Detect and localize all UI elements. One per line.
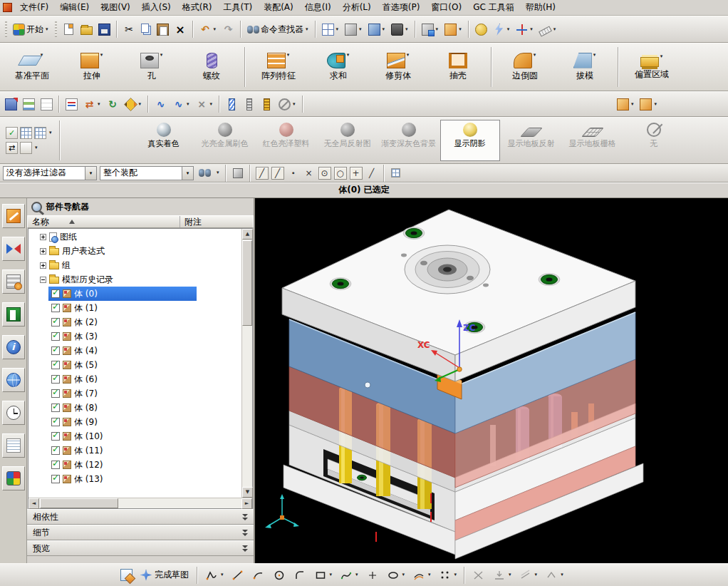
horizontal-scrollbar[interactable]: ◄ ►	[28, 498, 252, 508]
copy-button[interactable]	[139, 21, 153, 37]
render-no-reflection-button[interactable]: 无全局反射图	[318, 120, 378, 161]
new-component-button[interactable]: ▾	[442, 21, 464, 38]
sidebar-tab-hd3d-tools[interactable]: i	[2, 335, 25, 359]
checkbox-checked-icon[interactable]: ✓	[51, 389, 60, 398]
menu-item[interactable]: GC 工具箱	[468, 1, 519, 14]
dropdown-arrow-icon[interactable]: ▾	[186, 102, 190, 107]
checkbox-checked-icon[interactable]: ✓	[51, 418, 60, 426]
measure-button[interactable]: ▾	[514, 21, 536, 38]
scroll-left-button[interactable]: ◄	[28, 498, 39, 509]
render-show-shadow-button[interactable]: 显示阴影	[440, 120, 500, 161]
fillet-button[interactable]	[291, 566, 309, 585]
dropdown-arrow-icon[interactable]: ▾	[209, 102, 214, 107]
feature-button-datum-plane[interactable]: ▾ 基准平面	[3, 45, 61, 89]
delete-button[interactable]: ×	[172, 21, 189, 38]
dropdown-arrow-icon[interactable]: ▾	[402, 572, 406, 577]
render-true-shading-button[interactable]: 真实着色	[134, 120, 194, 161]
feature-button-hole[interactable]: ▾ 孔	[123, 45, 181, 89]
tools-button[interactable]	[473, 21, 489, 38]
checkbox-checked-icon[interactable]: ✓	[51, 361, 60, 369]
selection-filter-combo[interactable]: 没有选择过滤器 ▾	[3, 166, 97, 180]
menu-item[interactable]: 信息(I)	[300, 1, 336, 14]
report-button[interactable]	[63, 96, 80, 113]
table-button[interactable]	[20, 127, 32, 139]
tree-item-model-history[interactable]: 模型历史记录	[28, 272, 241, 287]
graphics-viewport[interactable]: ZC XC	[255, 198, 728, 563]
dropdown-arrow-icon[interactable]: ▾	[506, 27, 511, 32]
column-header-note[interactable]: 附注	[180, 216, 253, 227]
offset-curve-button[interactable]: ▾	[410, 566, 434, 585]
rotate-object-button[interactable]: ↻	[105, 96, 121, 113]
dropdown-arrow-icon[interactable]: ▾	[329, 572, 333, 577]
dropdown-arrow-icon[interactable]: ▾	[346, 53, 350, 58]
dropdown-arrow-icon[interactable]: ▾	[560, 572, 564, 577]
profile-button[interactable]: ▾	[202, 566, 227, 585]
render-red-plastic-button[interactable]: 红色亮泽塑料	[256, 120, 316, 161]
dropdown-arrow-icon[interactable]: ▾	[355, 572, 359, 577]
tree-item-body[interactable]: ✓ 体 (2)	[28, 315, 241, 329]
layer-visible-button[interactable]	[38, 96, 55, 113]
project-curve-button[interactable]: ▾	[490, 566, 514, 585]
tree-item-user-expressions[interactable]: 用户表达式	[28, 244, 241, 258]
tree-item-drawing[interactable]: 图纸	[28, 230, 241, 244]
checkbox-checked-icon[interactable]: ✓	[51, 318, 60, 327]
ruler-button[interactable]: ▾	[537, 23, 559, 36]
dropdown-arrow-icon[interactable]: ▾	[100, 53, 104, 58]
box-tool-2-button[interactable]: ▾	[638, 96, 660, 113]
redo-button[interactable]: ↷	[220, 21, 236, 38]
cut-button[interactable]: ✂	[121, 21, 137, 38]
window-layout-button[interactable]: ▾	[320, 21, 342, 38]
dropdown-arrow-icon[interactable]: ▾	[630, 102, 635, 107]
tree-item-body[interactable]: ✓ 体 (9)	[28, 415, 241, 429]
pattern-curve-button[interactable]: ▾	[436, 566, 460, 585]
mold-assembly-model[interactable]: ZC XC	[255, 198, 728, 563]
rendering-style-button[interactable]: ▾	[366, 21, 388, 38]
sketch-task-button[interactable]	[118, 567, 135, 583]
dropdown-arrow-icon[interactable]: ▾	[97, 102, 101, 107]
navigator-section-header[interactable]: 相依性	[27, 509, 254, 525]
toolbar-grip[interactable]	[5, 21, 7, 37]
toolbar-grip[interactable]	[55, 21, 57, 37]
snap-existing-point-toggle[interactable]: +	[350, 167, 363, 180]
studio-spline-button[interactable]: ▾	[337, 566, 361, 585]
none-tool-button[interactable]: ▾	[276, 96, 298, 113]
sidebar-tab-system-materials[interactable]	[2, 433, 25, 458]
feature-button-offset-region[interactable]: ▾ 偏置区域	[623, 45, 681, 89]
dropdown-arrow-icon[interactable]: ▾	[534, 572, 539, 577]
sidebar-tab-history[interactable]	[2, 401, 25, 425]
checkbox-checked-icon[interactable]: ✓	[51, 403, 60, 412]
sidebar-tab-reuse-library[interactable]	[2, 302, 25, 327]
swap-views-button[interactable]: ⇄	[6, 142, 18, 154]
bolt-design-button[interactable]	[241, 96, 257, 113]
checkbox-checked-icon[interactable]: ✓	[51, 475, 60, 483]
derived-line-button[interactable]: ▾	[516, 566, 541, 585]
snap-midpoint-toggle[interactable]: ╱	[271, 167, 284, 180]
tree-item-body[interactable]: ✓ 体 (13)	[28, 472, 241, 486]
expand-icon[interactable]	[40, 248, 46, 255]
menu-item[interactable]: 格式(R)	[177, 1, 217, 14]
feature-button-pattern[interactable]: ▾ 阵列特征	[249, 45, 308, 89]
dropdown-arrow-icon[interactable]: ▾	[160, 53, 164, 58]
start-button[interactable]: 开始 ▾	[11, 21, 51, 38]
dropdown-arrow-icon[interactable]: ▾	[216, 170, 220, 175]
dropdown-arrow-icon[interactable]: ▾	[660, 54, 664, 59]
checkbox-checked-icon[interactable]: ✓	[51, 289, 60, 298]
rectangle-button[interactable]: ▾	[311, 566, 336, 585]
tree-item-body[interactable]: ✓ 体 (4)	[28, 344, 241, 358]
snap-tool-button[interactable]: ▾	[491, 21, 513, 38]
menu-item[interactable]: 装配(A)	[259, 1, 298, 14]
paste-button[interactable]	[155, 21, 171, 38]
dropdown-arrow-icon[interactable]: ▾	[435, 27, 440, 32]
snap-angle-toggle[interactable]: ╱	[365, 167, 378, 180]
apply-check-button[interactable]: ✓	[6, 127, 18, 139]
dropdown-arrow-icon[interactable]: ▾	[45, 27, 49, 32]
scrollbar-thumb[interactable]	[40, 498, 118, 508]
tree-item-body[interactable]: ✓ 体 (10)	[28, 429, 241, 443]
tree-item-body[interactable]: ✓ 体 (7)	[28, 386, 241, 401]
double-chevron-icon[interactable]	[242, 529, 248, 537]
scroll-right-button[interactable]: ►	[241, 498, 252, 509]
dropdown-arrow-icon[interactable]: ▾	[305, 27, 309, 32]
dropdown-arrow-icon[interactable]: ▾	[458, 27, 462, 32]
checkbox-checked-icon[interactable]: ✓	[51, 332, 60, 341]
render-floor-reflection-button[interactable]: 显示地板反射	[501, 120, 561, 161]
